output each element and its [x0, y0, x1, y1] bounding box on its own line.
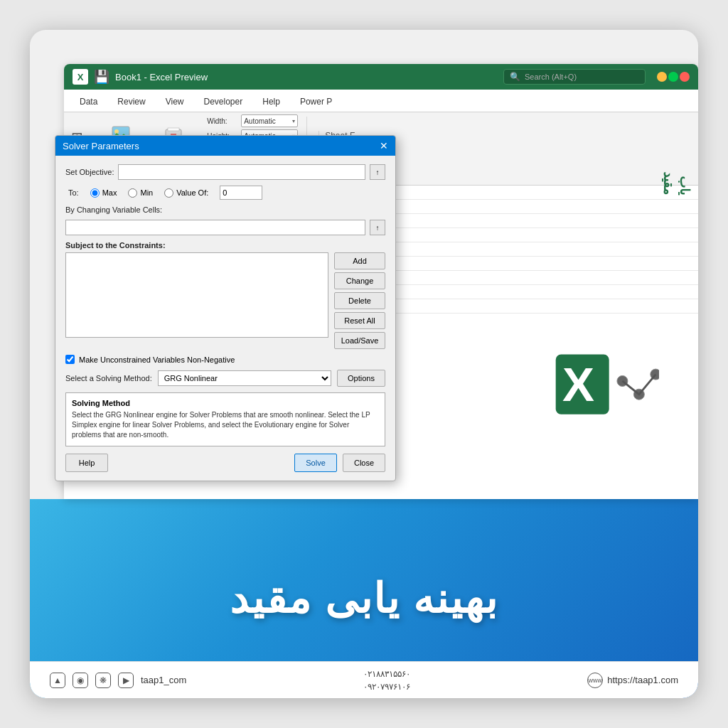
- tab-power[interactable]: Power P: [290, 92, 342, 112]
- close-btn[interactable]: [680, 72, 690, 82]
- solve-button[interactable]: Solve: [294, 454, 337, 472]
- excel-icon: X: [73, 69, 88, 85]
- tab-review[interactable]: Review: [107, 92, 155, 112]
- close-dialog-button[interactable]: Close: [343, 454, 385, 472]
- min-radio[interactable]: Min: [128, 188, 153, 198]
- svg-text:X: X: [562, 358, 594, 411]
- website-url: https://taap1.com: [607, 675, 678, 685]
- solve-method-label: Select a Solving Method:: [65, 374, 152, 382]
- excel-logo-svg: X: [552, 348, 659, 434]
- phone1: ۰۲۱۸۸۳۱۵۵۶۰: [363, 668, 410, 680]
- to-row: To: Max Min Value Of:: [68, 186, 385, 200]
- value-radio[interactable]: Value Of:: [164, 188, 208, 198]
- search-box[interactable]: 🔍 Search (Alt+Q): [503, 69, 646, 85]
- delete-button[interactable]: Delete: [334, 292, 385, 309]
- add-button[interactable]: Add: [334, 252, 385, 269]
- save-icon[interactable]: 💾: [94, 69, 109, 85]
- unconstrained-checkbox[interactable]: [65, 355, 75, 364]
- dialog-footer: Help Solve Close: [65, 454, 385, 472]
- search-placeholder: Search (Alt+Q): [525, 73, 577, 81]
- dialog-titlebar: Solver Parameters ✕: [55, 136, 395, 156]
- changing-cells-row: By Changing Variable Cells:: [65, 205, 385, 214]
- website-icon[interactable]: ❋: [95, 673, 111, 688]
- window-controls: [657, 72, 690, 82]
- www-icon: www: [587, 673, 603, 688]
- footer-info: ▲ ◉ ❋ ▶ taap1_com ۰۲۱۸۸۳۱۵۵۶۰ ۰۹۲۰۷۹۷۶۱۰…: [30, 661, 698, 698]
- ribbon-tabs: Data Review View Developer Help Power P: [64, 90, 698, 112]
- set-objective-label: Set Objective:: [65, 168, 114, 176]
- set-objective-row: Set Objective: ↑: [65, 164, 385, 180]
- solving-method-text: Select the GRG Nonlinear engine for Solv…: [72, 410, 379, 440]
- contact-info: ۰۲۱۸۸۳۱۵۵۶۰ ۰۹۲۰۷۹۷۶۱۰۶: [363, 668, 410, 693]
- solving-method-title: Solving Method: [72, 399, 379, 407]
- method-select[interactable]: GRG Nonlinear LP Simplex Evolutionary: [158, 370, 331, 386]
- dialog-body: Set Objective: ↑ To: Max Min Value Of:: [55, 156, 395, 481]
- max-radio[interactable]: Max: [90, 188, 117, 198]
- set-objective-input[interactable]: [118, 164, 365, 180]
- vertical-side-text: یاب مقید: [660, 172, 692, 196]
- change-button[interactable]: Change: [334, 272, 385, 289]
- reset-all-button[interactable]: Reset All: [334, 312, 385, 329]
- width-input[interactable]: Automatic ▾: [241, 114, 298, 127]
- excel-logo-area: X: [542, 341, 670, 441]
- load-save-button[interactable]: Load/Save: [334, 332, 385, 349]
- unconstrained-checkbox-row: Make Unconstrained Variables Non-Negativ…: [65, 355, 385, 364]
- dialog-close-button[interactable]: ✕: [380, 140, 388, 151]
- constraints-list[interactable]: [65, 252, 328, 338]
- unconstrained-label: Make Unconstrained Variables Non-Negativ…: [79, 355, 235, 364]
- method-select-wrapper: GRG Nonlinear LP Simplex Evolutionary: [158, 370, 331, 386]
- social-icons: ▲ ◉ ❋ ▶ taap1_com: [50, 673, 186, 688]
- solver-dialog: Solver Parameters ✕ Set Objective: ↑ To:…: [55, 135, 396, 481]
- options-button[interactable]: Options: [337, 370, 385, 387]
- constraints-label: Subject to the Constraints:: [65, 241, 385, 250]
- tab-developer[interactable]: Developer: [194, 92, 253, 112]
- title-bar: X 💾 Book1 - Excel Preview 🔍 Search (Alt+…: [64, 64, 698, 90]
- tab-help[interactable]: Help: [252, 92, 290, 112]
- changing-cells-btn[interactable]: ↑: [370, 220, 385, 235]
- constraints-area: Add Change Delete Reset All Load/Save: [65, 252, 385, 349]
- website-link[interactable]: www https://taap1.com: [587, 673, 678, 688]
- constraints-buttons: Add Change Delete Reset All Load/Save: [334, 252, 385, 349]
- social-handle: taap1_com: [141, 675, 186, 685]
- changing-cells-input[interactable]: [65, 220, 365, 235]
- changing-cells-input-row: ↑: [65, 220, 385, 235]
- changing-cells-label: By Changing Variable Cells:: [65, 205, 162, 214]
- to-label: To:: [68, 188, 79, 197]
- window-title: Book1 - Excel Preview: [115, 72, 498, 82]
- solving-method-box: Solving Method Select the GRG Nonlinear …: [65, 392, 385, 446]
- telegram-icon[interactable]: ▲: [50, 673, 65, 688]
- value-of-input[interactable]: [220, 186, 262, 200]
- phone2: ۰۹۲۰۷۹۷۶۱۰۶: [363, 680, 410, 693]
- width-row: Width: Automatic ▾: [207, 114, 298, 127]
- minimize-btn[interactable]: [657, 72, 667, 82]
- persian-title: بهینه یابی مقید: [230, 574, 498, 623]
- maximize-btn[interactable]: [668, 72, 678, 82]
- tab-view[interactable]: View: [156, 92, 194, 112]
- svg-rect-3: [168, 128, 179, 131]
- youtube-icon[interactable]: ▶: [118, 673, 134, 688]
- dialog-title: Solver Parameters: [63, 141, 139, 151]
- width-label: Width:: [207, 117, 238, 125]
- tab-data[interactable]: Data: [70, 92, 107, 112]
- instagram-icon[interactable]: ◉: [73, 673, 88, 688]
- solve-method-row: Select a Solving Method: GRG Nonlinear L…: [65, 370, 385, 387]
- objective-btn[interactable]: ↑: [370, 164, 385, 180]
- help-button[interactable]: Help: [65, 454, 108, 472]
